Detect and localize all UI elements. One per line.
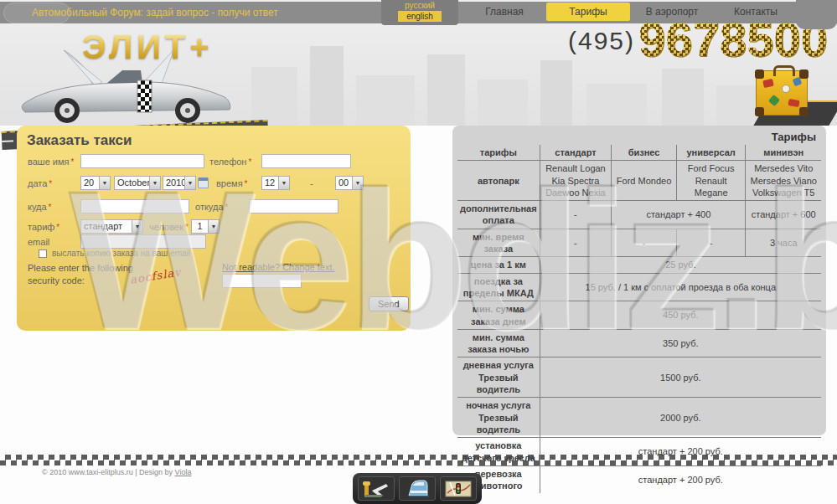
tariff-cell: - (540, 201, 612, 229)
chevron-down-icon: ▼ (132, 220, 142, 233)
tariff-row-label: дневная услуга Трезвый водитель (457, 357, 540, 398)
tariff-row-label: мин. время заказа (457, 229, 540, 257)
destination-input[interactable] (80, 199, 189, 213)
tariff-label: тариф* (28, 222, 59, 232)
skyline-building (251, 67, 297, 126)
email-input[interactable] (80, 234, 206, 249)
suitcase-sticker (782, 85, 790, 93)
tariff-cell: стандарт + 200 руб. (540, 465, 821, 493)
skyline-building (356, 75, 415, 126)
origin-label: откуда* (195, 202, 228, 212)
persons-select[interactable]: 1▼ (191, 219, 220, 234)
bottom-icon-bar (353, 473, 482, 504)
name-label: ваше имя* (28, 157, 74, 167)
suitcase-sticker (762, 79, 774, 88)
language-switcher: русский english (381, 0, 458, 25)
send-button[interactable]: Send (369, 296, 409, 311)
chevron-down-icon: ▼ (278, 177, 289, 189)
airport-transfer-icon[interactable] (358, 476, 395, 501)
chevron-down-icon: ▼ (184, 177, 195, 189)
tariff-cell: Renault Logan Kia Spectra Daewoo Nexia (540, 161, 612, 201)
name-input[interactable] (80, 154, 204, 168)
skyline-building (310, 46, 344, 126)
city-map-icon[interactable] (440, 476, 477, 501)
skyline-building (662, 69, 704, 126)
tariff-cell: стандарт + 600 (746, 201, 821, 229)
tariff-row-label: поездка за пределы МКАД (457, 273, 540, 301)
time-separator: - (310, 178, 313, 188)
chevron-down-icon: ▼ (208, 220, 219, 233)
tariff-cell: 450 руб. (540, 301, 821, 330)
tariff-col-header: бизнес (612, 145, 677, 161)
suitcase-icon (756, 70, 808, 116)
lang-english[interactable]: english (398, 11, 442, 22)
suitcase-corner (755, 69, 764, 79)
tariff-cell: стандарт + 400 (612, 201, 746, 229)
destination-label: куда* (28, 202, 52, 212)
tariff-row-label: мин. сумма заказа ночью (457, 329, 540, 357)
tariff-select[interactable]: стандарт▼ (80, 219, 143, 234)
nav-item-airport[interactable]: В аэропорт (630, 2, 714, 23)
tariff-row-label: дополнительная оплата (457, 201, 540, 229)
tariff-cell: 3 часа (746, 229, 821, 257)
tariff-col-header: стандарт (540, 145, 612, 161)
suitcase-sticker (788, 99, 799, 107)
phone-input[interactable] (261, 154, 351, 168)
calendar-icon[interactable] (198, 177, 209, 188)
tariff-cell: 15 руб. / 1 км с оплатой проезда в оба к… (540, 273, 821, 301)
persons-label: человек* (149, 222, 189, 232)
tariff-cell: - (612, 229, 677, 257)
nav-item-contacts[interactable]: Контакты (714, 2, 798, 23)
suitcase-corner (799, 107, 809, 116)
lang-russian[interactable]: русский (405, 0, 435, 11)
origin-input[interactable] (249, 199, 338, 213)
tariff-cell: Ford Focus Renault Megane (676, 161, 746, 201)
chevron-down-icon: ▼ (149, 177, 160, 189)
time-hour-select[interactable]: 12▼ (261, 176, 290, 190)
captcha-input[interactable] (222, 274, 302, 288)
chevron-down-icon: ▼ (352, 177, 363, 189)
nav-item-tariffs[interactable]: Тарифы (546, 3, 630, 21)
skyline-building (540, 60, 572, 126)
captcha-prompt: Please enter the following security code… (28, 262, 145, 288)
forum-link[interactable]: Автомобильный Форум: задай вопрос - полу… (32, 7, 278, 18)
tariff-cell: Mersedes Vito Mersedes Viano Volkswagen … (746, 161, 821, 201)
tariff-row-label: установка детского кресла (457, 438, 540, 466)
copyright-text: © 2010 www.taxi-elitplus.ru | Design by (42, 468, 173, 476)
date-day-select[interactable]: 20▼ (80, 176, 111, 190)
tariff-row-label: ночная услуга Трезвый водитель (457, 398, 540, 438)
date-month-select[interactable]: October▼ (114, 176, 161, 190)
date-year-select[interactable]: 2010▼ (163, 176, 196, 190)
suitcase-image (746, 67, 834, 126)
page: Автомобильный Форум: задай вопрос - полу… (0, 0, 837, 504)
tariff-col-header: минивэн (746, 145, 821, 161)
tariffs-title: Тарифы (452, 126, 826, 145)
date-label: дата* (28, 178, 52, 188)
captcha-change-link[interactable]: Not readable? Change text. (222, 262, 335, 272)
tariff-row-label: мин. сумма заказа днем (457, 301, 540, 330)
tariff-cell: 1500 руб. (540, 357, 821, 398)
tariff-cell: 25 руб. (540, 257, 821, 273)
tariff-cell: стандарт + 200 руб. (540, 438, 821, 466)
logo-car-block: ЭЛИТ+ (8, 23, 251, 126)
email-copy-label: выслать копию заказа на ваш email (52, 249, 190, 258)
tariffs-table: тарифыстандартбизнесуниверсалминивэнавто… (457, 145, 821, 493)
tariff-row-label: автопарк (457, 161, 540, 201)
phone-area-code: (495) (568, 27, 635, 55)
suitcase-corner (755, 107, 764, 116)
logo-elit-plus: ЭЛИТ+ (82, 28, 214, 66)
email-label: email (28, 237, 49, 247)
order-form-title: Заказать такси (27, 132, 132, 149)
suitcase-sticker (768, 95, 780, 106)
nav-item-home[interactable]: Главная (462, 2, 546, 23)
phone-label: телефон* (209, 157, 251, 167)
main-nav: ГлавнаяТарифыВ аэропортКонтакты (462, 2, 798, 23)
skyline-building (478, 80, 528, 126)
design-by-link[interactable]: Viola (175, 468, 192, 476)
skyline-building (586, 84, 647, 126)
train-station-icon[interactable] (399, 476, 436, 501)
tariff-cell: - (540, 229, 612, 257)
time-minute-select[interactable]: 00▼ (335, 176, 364, 190)
tariff-cell: Ford Mondeo (612, 161, 677, 201)
email-copy-checkbox[interactable] (39, 249, 47, 258)
